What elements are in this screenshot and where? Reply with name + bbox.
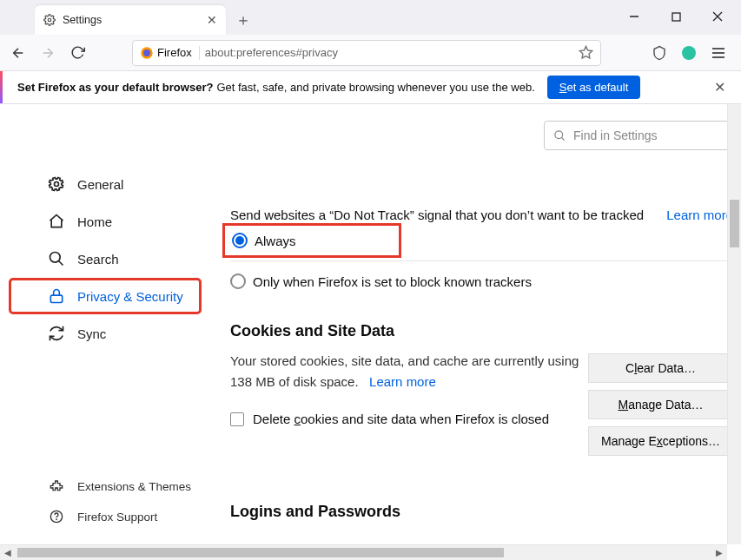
find-placeholder: Find in Settings xyxy=(573,128,658,142)
sidebar-item-general[interactable]: General xyxy=(10,167,201,201)
new-tab-button[interactable]: ＋ xyxy=(231,8,255,32)
svg-point-0 xyxy=(48,18,51,22)
horizontal-scrollbar[interactable]: ◀ ▶ xyxy=(0,544,727,560)
home-icon xyxy=(48,213,65,230)
sidebar-item-sync[interactable]: Sync xyxy=(10,316,201,351)
nav-forward-button[interactable] xyxy=(38,43,57,63)
sync-icon xyxy=(48,325,65,342)
browser-tab-settings[interactable]: Settings ✕ xyxy=(35,5,226,35)
dnt-description: Send websites a “Do Not Track” signal th… xyxy=(230,208,644,222)
url-bar[interactable]: Firefox about:preferences#privacy xyxy=(132,40,601,66)
dnt-option-blocking[interactable]: Only when Firefox is set to block known … xyxy=(230,267,733,296)
window-maximize-button[interactable] xyxy=(656,3,696,30)
do-not-track-section: Send websites a “Do Not Track” signal th… xyxy=(230,208,733,296)
identity-label: Firefox xyxy=(157,46,192,59)
nav-toolbar: Firefox about:preferences#privacy xyxy=(0,35,741,71)
sidebar-item-label: Search xyxy=(77,252,119,267)
gear-icon xyxy=(48,175,65,193)
sidebar-item-label: Extensions & Themes xyxy=(77,480,191,493)
puzzle-icon xyxy=(48,478,65,495)
svg-point-18 xyxy=(555,130,563,138)
lock-icon xyxy=(48,287,65,305)
scroll-left-icon[interactable]: ◀ xyxy=(0,545,16,560)
sidebar-item-privacy[interactable]: Privacy & Security xyxy=(10,279,201,313)
window-controls xyxy=(614,3,738,30)
promo-heading: Set Firefox as your default browser? xyxy=(17,81,213,94)
find-in-settings-input[interactable]: Find in Settings xyxy=(544,121,730,150)
vertical-scrollbar[interactable] xyxy=(727,104,741,544)
browser-titlebar: Settings ✕ ＋ xyxy=(0,0,741,35)
checkbox-icon[interactable] xyxy=(230,412,244,426)
radio-label: Always xyxy=(255,234,296,248)
identity-box[interactable]: Firefox xyxy=(140,46,200,60)
tab-title: Settings xyxy=(63,14,200,26)
scroll-right-icon[interactable]: ▶ xyxy=(711,545,727,560)
sidebar-item-label: Firefox Support xyxy=(77,511,157,524)
svg-marker-7 xyxy=(579,46,592,57)
sidebar-item-home[interactable]: Home xyxy=(10,204,201,239)
sidebar-item-label: Privacy & Security xyxy=(77,289,183,304)
svg-point-6 xyxy=(143,49,150,56)
radio-icon[interactable] xyxy=(230,273,246,289)
cookies-learn-more-link[interactable]: Learn more xyxy=(369,374,436,389)
tab-close-icon[interactable]: ✕ xyxy=(207,13,217,27)
radio-icon[interactable] xyxy=(232,233,248,248)
settings-sidebar: General Home Search Privacy & Security S… xyxy=(1,105,209,559)
sidebar-item-label: Home xyxy=(77,214,112,229)
settings-main-panel: Find in Settings Send websites a “Do Not… xyxy=(209,105,740,559)
url-text: about:preferences#privacy xyxy=(205,46,338,59)
svg-point-17 xyxy=(56,519,57,520)
checkbox-label: Delete cookies and site data when Firefo… xyxy=(253,412,549,426)
sidebar-item-label: General xyxy=(77,177,123,192)
dnt-learn-more-link[interactable]: Learn more xyxy=(666,208,733,222)
nav-back-button[interactable] xyxy=(9,43,28,63)
manage-exceptions-button[interactable]: Manage Exceptions… xyxy=(588,426,733,456)
search-icon xyxy=(48,250,65,267)
app-menu-icon[interactable] xyxy=(710,44,727,62)
svg-line-19 xyxy=(561,137,564,140)
dnt-option-always[interactable]: Always xyxy=(225,226,399,255)
sidebar-item-extensions[interactable]: Extensions & Themes xyxy=(10,472,201,500)
sidebar-item-support[interactable]: Firefox Support xyxy=(10,503,201,530)
bookmark-star-icon[interactable] xyxy=(579,45,593,60)
pocket-icon[interactable] xyxy=(651,44,668,62)
cookies-heading: Cookies and Site Data xyxy=(230,322,733,340)
scrollbar-thumb[interactable] xyxy=(17,548,504,557)
logins-heading: Logins and Passwords xyxy=(230,503,400,521)
manage-data-button[interactable]: Manage Data… xyxy=(588,390,733,419)
cookies-description: Your stored cookies, site data, and cach… xyxy=(230,351,595,392)
svg-rect-2 xyxy=(672,13,680,21)
nav-reload-button[interactable] xyxy=(68,43,87,63)
separator xyxy=(230,260,733,261)
svg-point-13 xyxy=(50,253,61,263)
cookies-section: Cookies and Site Data Your stored cookie… xyxy=(230,322,733,426)
firefox-logo-icon xyxy=(140,46,154,60)
help-icon xyxy=(48,508,65,525)
settings-page: General Home Search Privacy & Security S… xyxy=(0,104,741,560)
window-minimize-button[interactable] xyxy=(614,3,654,30)
extension-badge-icon[interactable] xyxy=(680,44,698,62)
radio-label: Only when Firefox is set to block known … xyxy=(253,274,532,289)
svg-point-12 xyxy=(55,182,59,187)
svg-rect-15 xyxy=(50,295,62,302)
logins-section: Logins and Passwords xyxy=(230,503,400,521)
promo-text: Get fast, safe, and private browsing whe… xyxy=(216,81,534,94)
promo-close-icon[interactable]: ✕ xyxy=(714,79,725,96)
set-default-button[interactable]: Set as default xyxy=(547,76,641,99)
clear-data-button[interactable]: Clear Data… xyxy=(588,353,733,383)
default-browser-prompt: Set Firefox as your default browser? Get… xyxy=(0,71,741,104)
scrollbar-thumb[interactable] xyxy=(730,200,739,247)
svg-line-14 xyxy=(59,261,63,266)
sidebar-item-search[interactable]: Search xyxy=(10,241,201,276)
sidebar-item-label: Sync xyxy=(77,326,106,341)
svg-point-8 xyxy=(682,46,696,60)
window-close-button[interactable] xyxy=(698,3,738,30)
gear-icon xyxy=(43,14,56,26)
search-icon xyxy=(553,129,566,142)
